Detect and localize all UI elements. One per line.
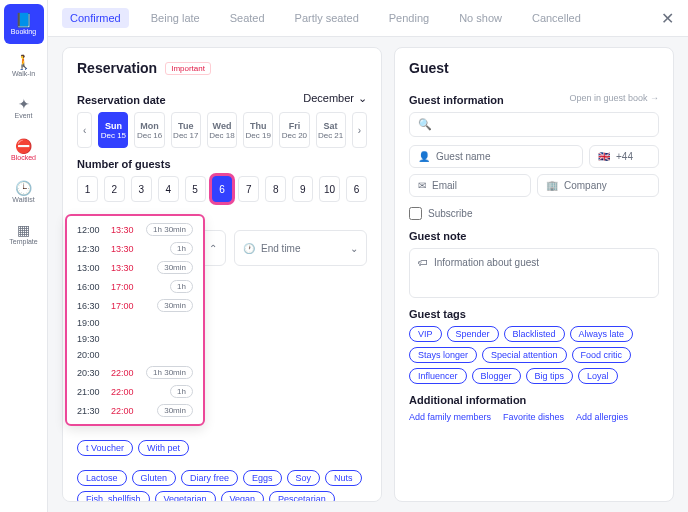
additional-info-label: Additional information (409, 394, 659, 406)
guest-count-1[interactable]: 1 (77, 176, 98, 202)
company-field[interactable]: 🏢Company (537, 174, 659, 197)
guest-info-label: Guest information (409, 94, 504, 106)
sidebar-item-blocked[interactable]: ⛔Blocked (4, 130, 44, 170)
close-button[interactable]: ✕ (661, 9, 674, 28)
tag-icon: 🏷 (418, 257, 428, 289)
chip-with-pet[interactable]: With pet (138, 440, 189, 456)
guest-search[interactable]: 🔍 (409, 112, 659, 137)
open-guest-book-link[interactable]: Open in guest book → (569, 93, 659, 103)
booking-icon: 📘 (15, 13, 32, 27)
day-Dec-19[interactable]: ThuDec 19 (243, 112, 273, 148)
guest-count-2[interactable]: 2 (104, 176, 125, 202)
tab-cancelled[interactable]: Cancelled (524, 8, 589, 28)
chip-blogger[interactable]: Blogger (472, 368, 521, 384)
chip-fish-shellfish[interactable]: Fish, shellfish (77, 491, 150, 502)
phone-code-field[interactable]: 🇬🇧+44 (589, 145, 659, 168)
sidebar-item-event[interactable]: ✦Event (4, 88, 44, 128)
time-slot-row[interactable]: 21:3022:0030min (67, 401, 203, 420)
sidebar-item-walk-in[interactable]: 🚶Walk-in (4, 46, 44, 86)
guest-count-3[interactable]: 3 (131, 176, 152, 202)
chip-food-critic[interactable]: Food critic (572, 347, 632, 363)
guest-count-6[interactable]: 6 (212, 176, 233, 202)
chip-eggs[interactable]: Eggs (243, 470, 282, 486)
tab-seated[interactable]: Seated (222, 8, 273, 28)
tab-confirmed[interactable]: Confirmed (62, 8, 129, 28)
chip-soy[interactable]: Soy (287, 470, 321, 486)
chip-lactose[interactable]: Lactose (77, 470, 127, 486)
chip-big-tips[interactable]: Big tips (526, 368, 574, 384)
guest-count-4[interactable]: 4 (158, 176, 179, 202)
status-tabs: ConfirmedBeing lateSeatedPartly seatedPe… (48, 0, 688, 37)
chip-pescetarian[interactable]: Pescetarian (269, 491, 335, 502)
important-badge: Important (165, 62, 211, 75)
time-slot-row[interactable]: 12:3013:301h (67, 239, 203, 258)
chip-blacklisted[interactable]: Blacklisted (504, 326, 565, 342)
guest-search-input[interactable] (438, 119, 650, 130)
link-add-family-members[interactable]: Add family members (409, 412, 491, 422)
chip-vegan[interactable]: Vegan (221, 491, 265, 502)
guest-count-6[interactable]: 6 (346, 176, 367, 202)
guest-count-7[interactable]: 7 (238, 176, 259, 202)
time-slot-row[interactable]: 19:00 (67, 315, 203, 331)
guest-count-5[interactable]: 5 (185, 176, 206, 202)
day-Dec-16[interactable]: MonDec 16 (134, 112, 164, 148)
time-slot-row[interactable]: 16:3017:0030min (67, 296, 203, 315)
day-Dec-21[interactable]: SatDec 21 (316, 112, 346, 148)
time-slot-row[interactable]: 20:3022:001h 30min (67, 363, 203, 382)
building-icon: 🏢 (546, 180, 558, 191)
chip-t-voucher[interactable]: t Voucher (77, 440, 133, 456)
guest-count-8[interactable]: 8 (265, 176, 286, 202)
sidebar-item-waitlist[interactable]: 🕒Waitlist (4, 172, 44, 212)
reservation-title: ReservationImportant (77, 60, 367, 76)
chip-gluten[interactable]: Gluten (132, 470, 177, 486)
day-Dec-15[interactable]: SunDec 15 (98, 112, 128, 148)
month-selector[interactable]: December⌄ (303, 92, 367, 105)
sidebar-item-booking[interactable]: 📘Booking (4, 4, 44, 44)
sidebar-item-template[interactable]: ▦Template (4, 214, 44, 254)
chip-loyal[interactable]: Loyal (578, 368, 618, 384)
time-slot-row[interactable]: 16:0017:001h (67, 277, 203, 296)
time-slot-row[interactable]: 13:0013:3030min (67, 258, 203, 277)
time-slot-row[interactable]: 19:30 (67, 331, 203, 347)
subscribe-checkbox[interactable]: Subscribe (409, 207, 659, 220)
chip-stays-longer[interactable]: Stays longer (409, 347, 477, 363)
chevron-down-icon: ⌄ (350, 243, 358, 254)
clock-icon: 🕐 (243, 243, 255, 254)
link-add-allergies[interactable]: Add allergies (576, 412, 628, 422)
link-favorite-dishes[interactable]: Favorite dishes (503, 412, 564, 422)
guest-note-input[interactable]: 🏷Information about guest (409, 248, 659, 298)
prev-week-button[interactable]: ‹ (77, 112, 92, 148)
tab-no-show[interactable]: No show (451, 8, 510, 28)
guest-name-field[interactable]: 👤Guest name (409, 145, 583, 168)
day-Dec-18[interactable]: WedDec 18 (207, 112, 237, 148)
next-week-button[interactable]: › (352, 112, 367, 148)
day-Dec-20[interactable]: FriDec 20 (279, 112, 309, 148)
chip-vip[interactable]: VIP (409, 326, 442, 342)
guests-label: Number of guests (77, 158, 367, 170)
time-slot-dropdown[interactable]: 12:0013:301h 30min12:3013:301h13:0013:30… (65, 214, 205, 426)
blocked-icon: ⛔ (15, 139, 32, 153)
guest-title: Guest (409, 60, 659, 76)
chip-diary-free[interactable]: Diary free (181, 470, 238, 486)
chip-vegetarian[interactable]: Vegetarian (155, 491, 216, 502)
time-slot-row[interactable]: 12:0013:301h 30min (67, 220, 203, 239)
guest-count-9[interactable]: 9 (292, 176, 313, 202)
guest-count-10[interactable]: 10 (319, 176, 340, 202)
chip-always-late[interactable]: Always late (570, 326, 634, 342)
end-time-picker[interactable]: 🕐 End time ⌄ (234, 230, 367, 266)
event-icon: ✦ (18, 97, 30, 111)
chip-special-attention[interactable]: Special attention (482, 347, 567, 363)
day-Dec-17[interactable]: TueDec 17 (171, 112, 201, 148)
tab-being-late[interactable]: Being late (143, 8, 208, 28)
chip-nuts[interactable]: Nuts (325, 470, 362, 486)
tab-partly-seated[interactable]: Partly seated (287, 8, 367, 28)
chip-spender[interactable]: Spender (447, 326, 499, 342)
tab-pending[interactable]: Pending (381, 8, 437, 28)
guest-note-label: Guest note (409, 230, 659, 242)
time-slot-row[interactable]: 20:00 (67, 347, 203, 363)
chevron-up-icon: ⌃ (209, 243, 217, 254)
waitlist-icon: 🕒 (15, 181, 32, 195)
email-field[interactable]: ✉Email (409, 174, 531, 197)
chip-influencer[interactable]: Influencer (409, 368, 467, 384)
time-slot-row[interactable]: 21:0022:001h (67, 382, 203, 401)
